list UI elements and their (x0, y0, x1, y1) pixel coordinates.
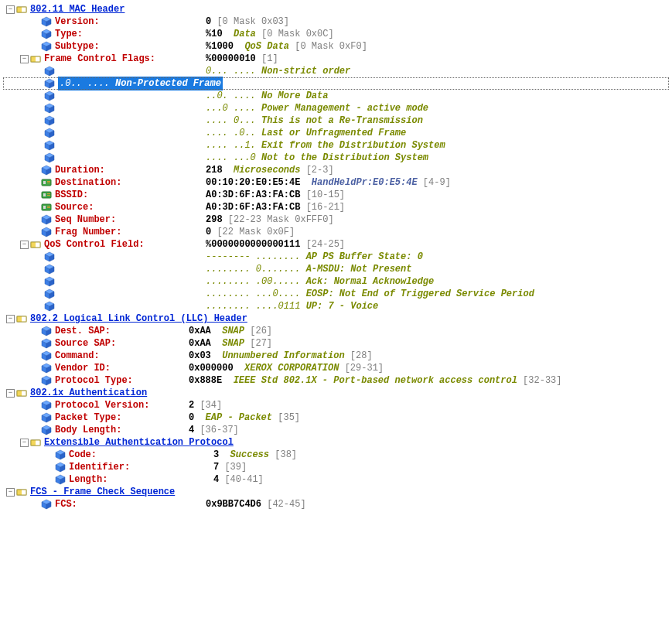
tree-row[interactable]: −802.2 Logical Link Control (LLC) Header (3, 312, 669, 325)
tree-row[interactable]: −QoS Control Field:%0000000000000111 [24… (3, 238, 669, 251)
field-icon (44, 103, 55, 114)
tree-row[interactable]: .... .0.. Last or Unfragmented Frame (3, 127, 669, 139)
nic-icon (41, 177, 52, 188)
tree-row[interactable]: ..0. .... No More Data (3, 90, 669, 102)
field-icon (44, 140, 55, 151)
protocol-icon (16, 387, 27, 398)
tree-row[interactable]: Source:A0:3D:6F:A3:FA:CB [16-21] (3, 201, 669, 213)
field-icon (41, 214, 52, 225)
tree-row[interactable]: Vendor ID:0x000000 XEROX CORPORATION [29… (3, 362, 669, 374)
tree-row[interactable]: BSSID:A0:3D:6F:A3:FA:CB [10-15] (3, 189, 669, 201)
tree-row[interactable]: Protocol Type:0x888E IEEE Std 802.1X - P… (3, 374, 669, 387)
nic-icon (41, 189, 52, 200)
field-label: Body Length: (55, 424, 121, 436)
field-icon (55, 462, 66, 473)
collapse-toggle[interactable]: − (6, 389, 15, 398)
field-label: Seq Number: (55, 213, 116, 226)
field-label: Version: (55, 15, 100, 28)
tree-row[interactable]: Command:0x03 Unnumbered Information [28] (3, 350, 669, 362)
field-icon (44, 288, 55, 299)
tree-row[interactable]: FCS:0x9BB7C4D6 [42-45] (3, 498, 669, 510)
tree-row[interactable]: Frag Number:0 [22 Mask 0x0F] (3, 226, 669, 238)
protocol-icon (30, 437, 41, 448)
tree-row[interactable]: ........ ....0111 UP: 7 - Voice (3, 300, 669, 312)
field-icon (41, 41, 52, 52)
field-icon (44, 152, 55, 163)
field-label: Subtype: (55, 40, 100, 53)
field-icon (44, 276, 55, 287)
field-label: Command: (55, 350, 100, 362)
tree-row[interactable]: 0... .... Non-strict order (3, 65, 669, 77)
field-label: Source: (55, 201, 94, 213)
field-label: Frag Number: (55, 226, 121, 238)
nic-icon (41, 202, 52, 213)
tree-row[interactable]: ........ ...0.... EOSP: Not End of Trigg… (3, 288, 669, 300)
tree-row[interactable]: −FCS - Frame Check Sequence (3, 486, 669, 498)
tree-row[interactable]: .... ...0 Not to the Distribution System (3, 152, 669, 164)
tree-row[interactable]: Protocol Version:2 [34] (3, 399, 669, 411)
protocol-icon (30, 53, 41, 64)
tree-row[interactable]: Dest. SAP:0xAA SNAP [26] (3, 325, 669, 337)
tree-row[interactable]: −802.1x Authentication (3, 387, 669, 399)
tree-row[interactable]: ...0 .... Power Management - active mode (3, 102, 669, 114)
tree-row[interactable]: .... 0... This is not a Re-Transmission (3, 114, 669, 127)
tree-row[interactable]: Body Length:4 [36-37] (3, 424, 669, 436)
collapse-toggle[interactable]: − (6, 5, 15, 14)
field-icon (41, 29, 52, 39)
field-icon (55, 449, 66, 460)
tree-row[interactable]: Code:3 Success [38] (3, 449, 669, 461)
collapse-toggle[interactable]: − (6, 488, 15, 497)
field-label: Packet Type: (55, 411, 121, 424)
section-header[interactable]: 802.11 MAC Header (30, 3, 125, 15)
tree-row[interactable]: ........ .00..... Ack: Normal Acknowledg… (3, 275, 669, 288)
field-label: Protocol Version: (55, 399, 149, 411)
field-icon (41, 412, 52, 423)
field-icon (55, 474, 66, 485)
section-header[interactable]: Extensible Authentication Protocol (44, 436, 234, 449)
tree-row[interactable]: Packet Type:0 EAP - Packet [35] (3, 411, 669, 424)
field-icon (41, 499, 52, 510)
protocol-icon (16, 486, 27, 497)
field-icon (44, 115, 55, 126)
field-label: Duration: (55, 164, 105, 176)
field-icon (41, 375, 52, 386)
section-header[interactable]: FCS - Frame Check Sequence (30, 486, 175, 498)
tree-row[interactable]: Length:4 [40-41] (3, 473, 669, 486)
field-icon (41, 400, 52, 411)
field-label: Frame Control Flags: (44, 53, 155, 65)
tree-row[interactable]: Duration:218 Microseconds [2-3] (3, 164, 669, 176)
collapse-toggle[interactable]: − (20, 55, 29, 63)
collapse-toggle[interactable]: − (6, 315, 15, 323)
tree-row[interactable]: −Extensible Authentication Protocol (3, 436, 669, 449)
field-label: Identifier: (69, 461, 130, 473)
field-label: QoS Control Field: (44, 238, 145, 251)
field-icon (44, 90, 55, 101)
field-icon (44, 264, 55, 275)
field-label: Destination: (55, 176, 121, 189)
collapse-toggle[interactable]: − (20, 241, 29, 249)
tree-row[interactable]: -------- ........ AP PS Buffer State: 0 (3, 251, 669, 263)
tree-row[interactable]: ........ 0....... A-MSDU: Not Present (3, 263, 669, 275)
field-icon (41, 16, 52, 27)
tree-row[interactable]: .0.. .... Non-Protected Frame (3, 77, 669, 90)
field-icon (44, 251, 55, 262)
tree-row[interactable]: Subtype:%1000 QoS Data [0 Mask 0xF0] (3, 40, 669, 53)
field-label: Source SAP: (55, 337, 116, 350)
section-header[interactable]: 802.1x Authentication (30, 387, 147, 399)
section-header[interactable]: 802.2 Logical Link Control (LLC) Header (30, 312, 247, 325)
tree-row[interactable]: Type:%10 Data [0 Mask 0x0C] (3, 28, 669, 40)
tree-row[interactable]: Seq Number:298 [22-23 Mask 0xFFF0] (3, 213, 669, 226)
field-label: Dest. SAP: (55, 325, 111, 337)
tree-row[interactable]: −Frame Control Flags:%00000010 [1] (3, 53, 669, 65)
field-label: Protocol Type: (55, 374, 133, 387)
tree-row[interactable]: Version:0 [0 Mask 0x03] (3, 15, 669, 28)
field-icon (41, 363, 52, 374)
collapse-toggle[interactable]: − (20, 439, 29, 447)
field-icon (41, 227, 52, 237)
tree-row[interactable]: Identifier:7 [39] (3, 461, 669, 473)
field-icon (41, 326, 52, 336)
tree-row[interactable]: Source SAP:0xAA SNAP [27] (3, 337, 669, 350)
tree-row[interactable]: .... ..1. Exit from the Distribution Sys… (3, 139, 669, 152)
tree-row[interactable]: −802.11 MAC Header (3, 3, 669, 15)
tree-row[interactable]: Destination:00:10:20:E0:E5:4E HandHeldPr… (3, 176, 669, 189)
